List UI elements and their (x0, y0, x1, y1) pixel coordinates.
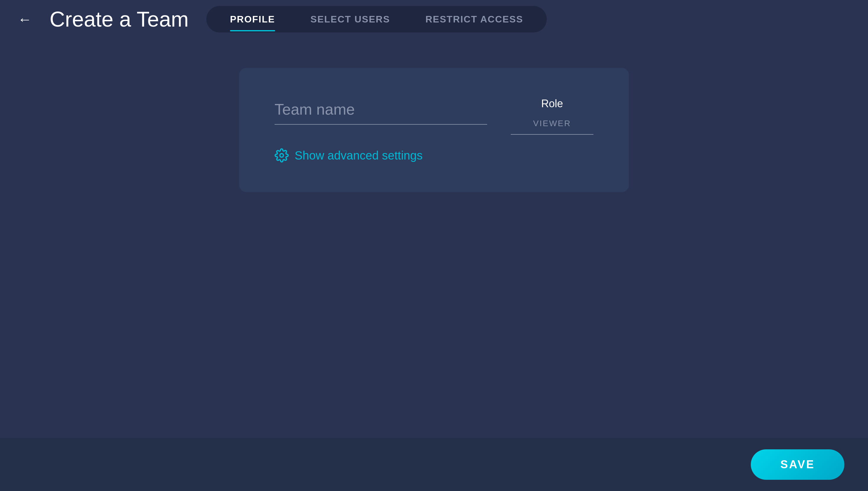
role-label: Role (511, 97, 593, 110)
tab-select-users[interactable]: SELECT USERS (293, 8, 408, 31)
advanced-settings-link[interactable]: Show advanced settings (294, 149, 423, 162)
gear-svg-icon (275, 148, 289, 163)
svg-point-0 (280, 154, 283, 157)
tab-profile[interactable]: PROFILE (212, 8, 293, 31)
left-section: Show advanced settings (275, 97, 487, 163)
team-name-input[interactable] (275, 97, 487, 125)
header: ← Create a Team PROFILE SELECT USERS RES… (0, 0, 868, 38)
main-content: Show advanced settings Role VIEWER (0, 38, 868, 192)
profile-card: Show advanced settings Role VIEWER (239, 68, 629, 192)
right-section: Role VIEWER (511, 97, 593, 135)
tabs-container: PROFILE SELECT USERS RESTRICT ACCESS (206, 6, 547, 32)
footer: SAVE (0, 438, 868, 491)
role-value: VIEWER (511, 119, 593, 135)
gear-icon (275, 148, 289, 163)
save-button[interactable]: SAVE (751, 449, 844, 480)
tab-restrict-access[interactable]: RESTRICT ACCESS (408, 8, 541, 31)
back-button[interactable]: ← (18, 11, 32, 27)
page-title: Create a Team (50, 7, 189, 31)
advanced-settings-row[interactable]: Show advanced settings (275, 148, 487, 163)
